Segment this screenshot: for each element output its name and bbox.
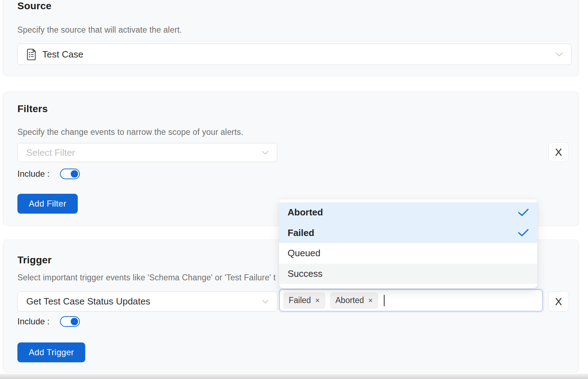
filters-description: Specify the change events to narrow the … [17,127,243,137]
filter-select[interactable]: Select Filter [17,143,277,162]
dropdown-option-failed[interactable]: Failed [279,223,537,243]
remove-trigger-button[interactable]: X [548,291,569,312]
trigger-description: Select important trigger events like 'Sc… [17,273,276,282]
add-filter-button[interactable]: Add Filter [17,194,78,214]
check-icon [518,229,529,237]
chevron-down-icon [262,151,268,154]
option-label: Failed [288,227,314,238]
filters-title: Filters [17,103,48,115]
source-card: Source Specify the source that will acti… [3,0,579,76]
filters-include-toggle[interactable] [60,169,80,179]
selected-status-tag: Aborted × [330,292,378,309]
chevron-down-icon [556,53,563,56]
tag-remove-icon[interactable]: × [315,296,320,305]
source-title: Source [17,0,51,12]
test-case-icon [26,49,37,60]
trigger-title: Trigger [17,254,51,266]
check-icon [518,209,529,216]
source-description: Specify the source that will activate th… [17,25,182,35]
selected-status-tag: Failed × [283,292,325,309]
chevron-down-icon [262,300,268,303]
scroll-fade-band [0,374,588,379]
status-dropdown-menu: Aborted Failed Queued Success [279,199,537,288]
option-label: Aborted [288,207,323,218]
trigger-select[interactable]: Get Test Case Status Updates [17,291,277,312]
source-select[interactable]: Test Case [17,44,572,65]
filters-include-label: Include : [17,169,50,179]
dropdown-option-success[interactable]: Success [279,264,537,284]
trigger-include-label: Include : [17,317,50,326]
alert-config-page: Source Specify the source that will acti… [0,0,588,379]
add-trigger-button[interactable]: Add Trigger [17,342,85,362]
toggle-knob [71,170,78,178]
tag-label: Failed [289,296,311,305]
status-multiselect-input[interactable]: Failed × Aborted × [279,289,543,312]
text-cursor [384,295,385,306]
toggle-knob [71,318,78,325]
option-label: Queued [288,248,321,259]
source-select-value: Test Case [42,49,83,60]
option-label: Success [288,268,322,279]
tag-remove-icon[interactable]: × [368,296,373,305]
tag-label: Aborted [336,296,364,305]
remove-filter-button[interactable]: X [548,142,569,162]
trigger-select-value: Get Test Case Status Updates [26,296,150,307]
trigger-include-toggle[interactable] [60,316,80,327]
dropdown-option-aborted[interactable]: Aborted [279,202,537,223]
filter-select-placeholder: Select Filter [26,147,75,158]
dropdown-option-queued[interactable]: Queued [279,243,537,264]
